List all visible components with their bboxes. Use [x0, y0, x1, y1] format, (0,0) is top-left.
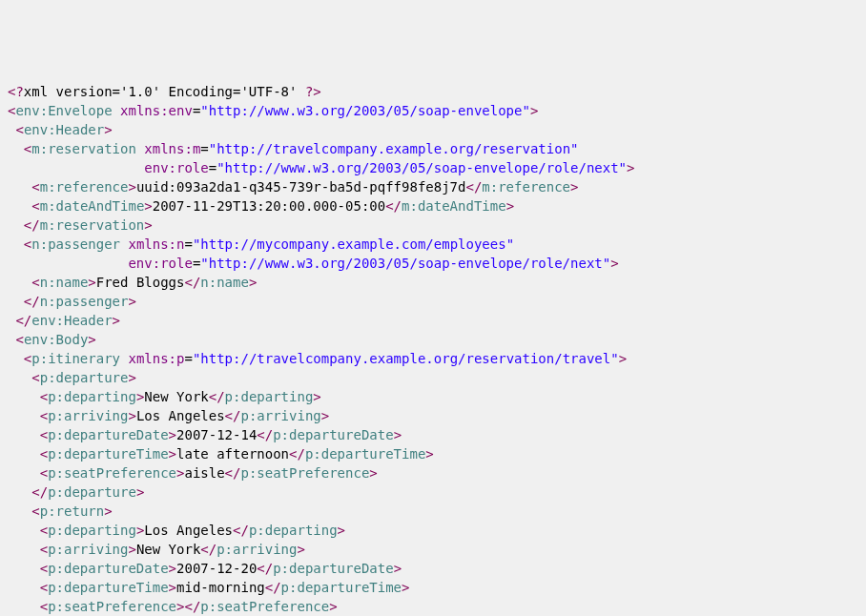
- tag-departuretime-open: p:departureTime: [48, 446, 168, 462]
- tag-dateandtime-open: m:dateAndTime: [40, 198, 145, 214]
- tag-arriving-close: p:arriving: [240, 408, 320, 423]
- tag-ret-arriving-open: p:arriving: [48, 542, 128, 557]
- tag-departuredate-open: p:departureDate: [48, 427, 168, 442]
- tag-departing-close: p:departing: [225, 389, 314, 404]
- tag-ret-departuredate-open: p:departureDate: [48, 561, 168, 576]
- tag-reference-close: m:reference: [482, 179, 570, 195]
- tag-passenger-close: n:passenger: [40, 294, 129, 309]
- tag-seatpreference-open: p:seatPreference: [48, 465, 176, 481]
- tag-ret-departuredate-close: p:departureDate: [273, 561, 393, 576]
- xml-code-block: <?xml version='1.0' Encoding='UTF-8' ?> …: [8, 82, 858, 616]
- attr-value: "http://www.w3.org/2003/05/soap-envelope…: [216, 160, 627, 175]
- tag-reference-open: m:reference: [40, 179, 129, 195]
- tag-name-close: n:name: [200, 275, 249, 290]
- text-arriving: Los Angeles: [136, 408, 225, 423]
- text-ret-departuretime: mid-morning: [176, 580, 265, 595]
- tag-body-open: env:Body: [24, 332, 88, 347]
- tag-departure-open: p:departure: [40, 370, 129, 385]
- tag-reservation-close: m:reservation: [40, 217, 145, 233]
- text-ret-arriving: New York: [136, 542, 200, 557]
- text-departing: New York: [144, 389, 208, 404]
- tag-itinerary-open: p:itinerary: [31, 351, 120, 366]
- tag-departing-open: p:departing: [48, 389, 136, 404]
- tag-header-open: env:Header: [24, 122, 104, 137]
- tag-ret-departuretime-open: p:departureTime: [48, 580, 168, 595]
- tag-ret-seatpreference-close: p:seatPreference: [200, 599, 329, 614]
- attr-name: xmlns:p: [128, 351, 184, 366]
- attr-value: "http://travelcompany.example.org/reserv…: [209, 141, 579, 156]
- text-ret-departuredate: 2007-12-20: [176, 561, 257, 576]
- text-departuredate: 2007-12-14: [176, 427, 257, 442]
- tag-return-open: p:return: [40, 503, 104, 519]
- tag-reservation-open: m:reservation: [31, 141, 136, 156]
- attr-value: "http://www.w3.org/2003/05/soap-envelope…: [200, 103, 530, 118]
- text-reference: uuid:093a2da1-q345-739r-ba5d-pqff98fe8j7…: [136, 179, 466, 195]
- tag-dateandtime-close: m:dateAndTime: [402, 198, 506, 214]
- attr-name: xmlns:n: [128, 236, 184, 252]
- attr-value: "http://travelcompany.example.org/reserv…: [193, 351, 619, 366]
- tag-seatpreference-close: p:seatPreference: [240, 465, 369, 481]
- tag-ret-seatpreference-open: p:seatPreference: [48, 599, 176, 614]
- tag-name-open: n:name: [40, 275, 89, 290]
- tag-envelope-open: env:Envelope: [15, 103, 112, 118]
- tag-ret-arriving-close: p:arriving: [216, 542, 297, 557]
- tag-ret-departing-open: p:departing: [48, 523, 136, 538]
- tag-departuretime-close: p:departureTime: [305, 446, 425, 462]
- pi-open: <?: [8, 84, 24, 99]
- text-dateandtime: 2007-11-29T13:20:00.000-05:00: [153, 198, 385, 214]
- attr-name: xmlns:env: [120, 103, 193, 118]
- attr-value: "http://mycompany.example.com/employees": [193, 236, 514, 252]
- pi-close: ?>: [305, 84, 321, 99]
- text-ret-departing: Los Angeles: [144, 523, 233, 538]
- tag-ret-departuretime-close: p:departureTime: [281, 580, 402, 595]
- tag-passenger-open: n:passenger: [31, 236, 120, 252]
- text-name: Fred Bloggs: [96, 275, 185, 290]
- xml-decl: xml version='1.0' Encoding='UTF-8': [24, 84, 305, 99]
- tag-ret-departing-close: p:departing: [249, 523, 338, 538]
- attr-name: env:role: [144, 160, 208, 175]
- text-seatpreference: aisle: [184, 465, 224, 481]
- attr-value: "http://www.w3.org/2003/05/soap-envelope…: [200, 256, 610, 271]
- text-departuretime: late afternoon: [176, 446, 289, 462]
- tag-arriving-open: p:arriving: [48, 408, 128, 423]
- tag-departure-close: p:departure: [48, 484, 136, 500]
- tag-header-close: env:Header: [31, 313, 112, 328]
- tag-departuredate-close: p:departureDate: [273, 427, 393, 442]
- attr-name: xmlns:m: [144, 141, 200, 156]
- attr-name: env:role: [128, 256, 192, 271]
